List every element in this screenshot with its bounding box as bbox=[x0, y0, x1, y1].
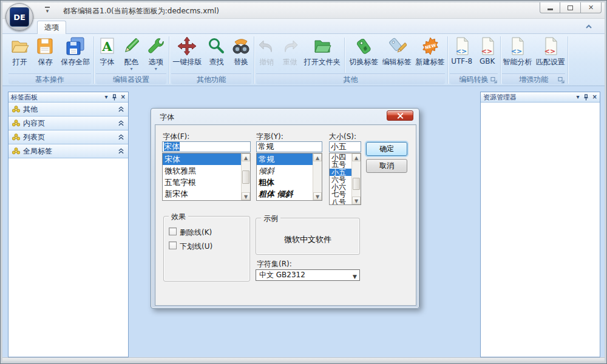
font-size-input[interactable]: 小五 bbox=[329, 141, 361, 152]
redo-icon bbox=[280, 36, 300, 56]
maximize-icon bbox=[568, 5, 573, 10]
panel-pin-icon[interactable] bbox=[112, 94, 117, 101]
font-style-input[interactable]: 常规 bbox=[256, 141, 322, 152]
undo-button[interactable]: 撤销 bbox=[256, 35, 277, 67]
font-dialog-title: 字体 bbox=[160, 112, 174, 123]
new-tag-button[interactable]: NEW 新建标签 bbox=[415, 35, 446, 67]
list-item[interactable]: 粗体 bbox=[257, 177, 313, 188]
quick-access-dropdown-icon[interactable]: ▾ bbox=[45, 7, 50, 14]
list-item[interactable]: 八号 bbox=[330, 198, 351, 205]
tag-edit-icon bbox=[387, 36, 407, 56]
list-item[interactable]: 五号 bbox=[330, 161, 351, 168]
ribbon: 打开 保存 保存全部 基本操作 A 字体 bbox=[2, 34, 605, 86]
list-item[interactable]: 小六 bbox=[330, 183, 351, 190]
sidebar-item-content-page[interactable]: 内容页 bbox=[8, 116, 128, 130]
list-item[interactable]: 五笔字根 bbox=[163, 177, 241, 188]
dialog-launcher-icon[interactable] bbox=[490, 76, 498, 84]
underline-checkbox[interactable] bbox=[169, 241, 177, 249]
minimize-button[interactable] bbox=[540, 2, 560, 13]
save-all-button[interactable]: 保存全部 bbox=[59, 35, 91, 67]
panel-close-icon[interactable]: × bbox=[121, 94, 126, 100]
replace-button[interactable]: 替换 bbox=[230, 35, 252, 67]
font-button[interactable]: A 字体 bbox=[96, 35, 118, 67]
cancel-button[interactable]: 取消 bbox=[366, 159, 407, 173]
dialog-close-button[interactable] bbox=[387, 110, 413, 121]
sidebar-item-global-tags[interactable]: 全局标签 bbox=[8, 144, 128, 158]
color-scheme-button[interactable]: 配色 ▾ bbox=[120, 35, 142, 71]
list-item[interactable]: 六号 bbox=[330, 176, 351, 183]
sidebar-item-list-page[interactable]: 列表页 bbox=[8, 130, 128, 144]
font-style-label: 字形(Y): bbox=[256, 132, 283, 142]
app-logo: DE bbox=[10, 7, 29, 27]
scroll-thumb[interactable] bbox=[353, 178, 360, 190]
list-item[interactable]: 新宋体 bbox=[163, 188, 241, 200]
font-name-input[interactable]: 宋体 bbox=[162, 141, 251, 152]
collapse-chevron-icon[interactable] bbox=[118, 120, 124, 126]
list-item[interactable]: 七号 bbox=[330, 190, 351, 198]
scrollbar[interactable]: ▲ ▼ bbox=[351, 153, 361, 204]
ribbon-group-other-functions: 一键排版 查找 替换 其他功能 bbox=[170, 34, 253, 86]
svg-text:<>: <> bbox=[481, 47, 492, 55]
find-button[interactable]: 查找 bbox=[205, 35, 227, 67]
save-button[interactable]: 保存 bbox=[34, 35, 56, 67]
scrollbar[interactable]: ▲ ▼ bbox=[241, 153, 250, 200]
font-dialog: 字体 字体(F): 宋体 宋体 微软雅黑 五笔字根 新宋体 ▲ ▼ 字形( bbox=[151, 108, 419, 309]
list-item[interactable]: 小四 bbox=[330, 153, 351, 161]
scroll-down-icon[interactable]: ▼ bbox=[313, 192, 322, 200]
tab-options[interactable]: 选项 bbox=[37, 21, 66, 34]
list-item[interactable]: 小五 bbox=[330, 169, 351, 176]
options-button[interactable]: 选项 ▾ bbox=[145, 35, 167, 71]
panel-dropdown-icon[interactable]: ▾ bbox=[105, 94, 108, 100]
pencil-icon bbox=[121, 36, 141, 56]
charset-select[interactable]: 中文 GB2312 ▼ bbox=[256, 269, 360, 281]
list-item[interactable]: 倾斜 bbox=[257, 165, 313, 177]
open-folder-button[interactable]: 打开文件夹 bbox=[303, 35, 342, 67]
new-badge-icon: NEW bbox=[421, 36, 440, 56]
maximize-button[interactable] bbox=[560, 2, 581, 13]
effects-groupbox: 效果 删除线(K) 下划线(U) bbox=[163, 216, 250, 281]
sidebar-item-other[interactable]: 其他 bbox=[8, 103, 128, 116]
strikeout-checkbox[interactable] bbox=[169, 228, 177, 235]
collapse-chevron-icon[interactable] bbox=[118, 134, 124, 140]
scroll-down-icon[interactable]: ▼ bbox=[242, 192, 250, 200]
edit-tag-button[interactable]: 编辑标签 bbox=[381, 35, 413, 67]
redo-button[interactable]: 重做 bbox=[279, 35, 301, 67]
switch-tag-button[interactable]: # 切换标签 bbox=[348, 35, 379, 67]
scroll-thumb[interactable] bbox=[242, 170, 249, 184]
font-name-list[interactable]: 宋体 微软雅黑 五笔字根 新宋体 ▲ ▼ bbox=[162, 153, 251, 201]
sample-label: 示例 bbox=[261, 214, 280, 224]
undo-icon bbox=[257, 36, 276, 56]
dialog-launcher-icon[interactable] bbox=[558, 76, 565, 84]
smart-analyze-button[interactable]: <> 智能分析 bbox=[501, 35, 533, 67]
ribbon-collapse-icon[interactable] bbox=[584, 22, 594, 32]
close-button[interactable]: ✕ bbox=[581, 2, 602, 13]
one-key-format-button[interactable]: 一键排版 bbox=[171, 35, 203, 67]
collapse-chevron-icon[interactable] bbox=[118, 106, 124, 112]
list-item[interactable]: 微软雅黑 bbox=[163, 165, 241, 177]
scroll-down-icon[interactable]: ▼ bbox=[352, 197, 361, 204]
save-all-floppy-icon bbox=[66, 36, 85, 56]
collapse-chevron-icon[interactable] bbox=[118, 148, 124, 154]
ok-button[interactable]: 确定 bbox=[366, 142, 407, 156]
scroll-up-icon[interactable]: ▲ bbox=[313, 153, 322, 161]
svg-text:<>: <> bbox=[456, 47, 467, 55]
panel-pin-icon[interactable] bbox=[583, 94, 589, 101]
app-menu-orb[interactable]: DE bbox=[5, 3, 33, 31]
open-button[interactable]: 打开 bbox=[9, 35, 31, 67]
utf8-button[interactable]: <> UTF-8 bbox=[450, 35, 473, 66]
scroll-up-icon[interactable]: ▲ bbox=[242, 153, 250, 161]
scrollbar[interactable]: ▲ ▼ bbox=[313, 153, 322, 200]
font-style-list[interactable]: 常规 倾斜 粗体 粗体 倾斜 ▲ ▼ bbox=[256, 153, 322, 201]
font-size-list[interactable]: 小四 五号 小五 六号 小六 七号 八号 ▲ ▼ bbox=[329, 153, 361, 205]
gbk-button[interactable]: <> GBK bbox=[476, 35, 498, 66]
panel-close-icon[interactable]: × bbox=[592, 94, 597, 100]
close-icon: ✕ bbox=[588, 4, 594, 12]
list-item[interactable]: 粗体 倾斜 bbox=[257, 188, 313, 200]
match-settings-button[interactable]: <> 匹配设置 bbox=[535, 35, 566, 67]
resource-manager-title: 资源管理器 bbox=[483, 93, 573, 102]
panel-dropdown-icon[interactable]: ▾ bbox=[577, 94, 580, 100]
list-item[interactable]: 常规 bbox=[257, 153, 313, 165]
list-item[interactable]: 宋体 bbox=[163, 153, 241, 165]
scroll-up-icon[interactable]: ▲ bbox=[352, 153, 361, 161]
minimize-icon bbox=[548, 8, 553, 10]
